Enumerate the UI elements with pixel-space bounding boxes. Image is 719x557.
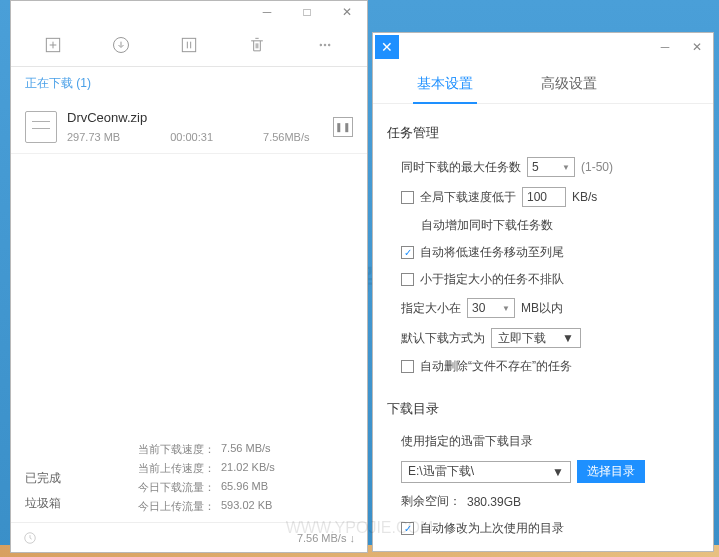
global-limit-input[interactable]: 100 — [522, 187, 566, 207]
chevron-down-icon: ▼ — [562, 331, 574, 345]
settings-titlebar: ✕ ─ ✕ — [373, 33, 713, 61]
global-limit-label: 全局下载速度低于 — [420, 189, 516, 206]
dl-speed-label: 当前下载速度： — [125, 442, 215, 457]
size-select[interactable]: 30▼ — [467, 298, 515, 318]
move-slow-label: 自动将低速任务移动至列尾 — [420, 244, 564, 261]
default-mode-select[interactable]: 立即下载▼ — [491, 328, 581, 348]
download-window: ─ □ ✕ 正在下载 (1) DrvCeonw.zip 297.73 MB 00… — [10, 0, 368, 553]
file-icon — [25, 111, 57, 143]
task-mgmt-title: 任务管理 — [387, 124, 699, 142]
global-limit-unit: KB/s — [572, 190, 597, 204]
dl-dir-title: 下载目录 — [387, 400, 699, 418]
down-arrow-icon: ↓ — [350, 532, 356, 544]
svg-point-12 — [324, 44, 326, 46]
pause-button[interactable] — [155, 23, 223, 67]
close-button[interactable]: ✕ — [331, 2, 363, 22]
titlebar: ─ □ ✕ — [11, 1, 367, 23]
completed-link[interactable]: 已完成 — [25, 466, 97, 491]
start-button[interactable] — [87, 23, 155, 67]
path-select[interactable]: E:\迅雷下载\▼ — [401, 461, 571, 483]
max-tasks-select[interactable]: 5▼ — [527, 157, 575, 177]
dl-speed-value: 7.56 MB/s — [215, 442, 353, 457]
footer-speed: 7.56 MB/s — [297, 532, 347, 544]
clock-icon[interactable] — [23, 531, 37, 545]
settings-window: ✕ ─ ✕ 基本设置 高级设置 任务管理 同时下载的最大任务数 5▼ (1-50… — [372, 32, 714, 552]
elapsed-time: 00:00:31 — [170, 131, 213, 143]
ul-speed-value: 21.02 KB/s — [215, 461, 353, 476]
tab-advanced[interactable]: 高级设置 — [537, 69, 601, 103]
default-mode-label: 默认下载方式为 — [401, 330, 485, 347]
close-button[interactable]: ✕ — [681, 37, 713, 57]
ul-speed-label: 当前上传速度： — [125, 461, 215, 476]
svg-rect-5 — [182, 38, 195, 51]
free-space-value: 380.39GB — [467, 495, 521, 509]
tabs: 基本设置 高级设置 — [373, 61, 713, 104]
settings-body: 任务管理 同时下载的最大任务数 5▼ (1-50) 全局下载速度低于 100 K… — [373, 104, 713, 551]
tab-basic[interactable]: 基本设置 — [413, 69, 477, 103]
auto-change-label: 自动修改为上次使用的目录 — [420, 520, 564, 537]
move-slow-checkbox[interactable] — [401, 246, 414, 259]
svg-point-11 — [320, 44, 322, 46]
minimize-button[interactable]: ─ — [649, 37, 681, 57]
close-icon[interactable]: ✕ — [375, 35, 399, 59]
no-queue-small-checkbox[interactable] — [401, 273, 414, 286]
ul-today-label: 今日上传流量： — [125, 499, 215, 514]
use-thunder-label: 使用指定的迅雷下载目录 — [401, 433, 533, 450]
choose-dir-button[interactable]: 选择目录 — [577, 460, 645, 483]
dl-today-value: 65.96 MB — [215, 480, 353, 495]
auto-delete-checkbox[interactable] — [401, 360, 414, 373]
svg-point-13 — [328, 44, 330, 46]
auto-delete-label: 自动删除“文件不存在”的任务 — [420, 358, 572, 375]
max-tasks-range: (1-50) — [581, 160, 613, 174]
more-button[interactable] — [291, 23, 359, 67]
free-space-label: 剩余空间： — [401, 493, 461, 510]
dl-today-label: 今日下载流量： — [125, 480, 215, 495]
downloading-header: 正在下载 (1) — [11, 67, 367, 100]
minimize-button[interactable]: ─ — [251, 2, 283, 22]
size-label: 指定大小在 — [401, 300, 461, 317]
no-queue-small-label: 小于指定大小的任务不排队 — [420, 271, 564, 288]
trash-link[interactable]: 垃圾箱 — [25, 491, 97, 516]
delete-button[interactable] — [223, 23, 291, 67]
download-body: DrvCeonw.zip 297.73 MB 00:00:31 7.56MB/s — [67, 110, 323, 143]
chevron-down-icon: ▼ — [552, 465, 564, 479]
toolbar — [11, 23, 367, 67]
auto-increase-label: 自动增加同时下载任务数 — [421, 217, 553, 234]
file-size: 297.73 MB — [67, 131, 120, 143]
download-item[interactable]: DrvCeonw.zip 297.73 MB 00:00:31 7.56MB/s… — [11, 100, 367, 154]
chevron-down-icon: ▼ — [502, 304, 510, 313]
download-speed: 7.56MB/s — [263, 131, 309, 143]
item-pause-button[interactable]: ❚❚ — [333, 117, 353, 137]
auto-change-checkbox[interactable] — [401, 522, 414, 535]
footer: 7.56 MB/s ↓ — [11, 522, 367, 552]
global-limit-checkbox[interactable] — [401, 191, 414, 204]
chevron-down-icon: ▼ — [562, 163, 570, 172]
max-tasks-label: 同时下载的最大任务数 — [401, 159, 521, 176]
file-name: DrvCeonw.zip — [67, 110, 323, 125]
ul-today-value: 593.02 KB — [215, 499, 353, 514]
maximize-button[interactable]: □ — [291, 2, 323, 22]
size-unit: MB以内 — [521, 300, 563, 317]
new-task-button[interactable] — [19, 23, 87, 67]
